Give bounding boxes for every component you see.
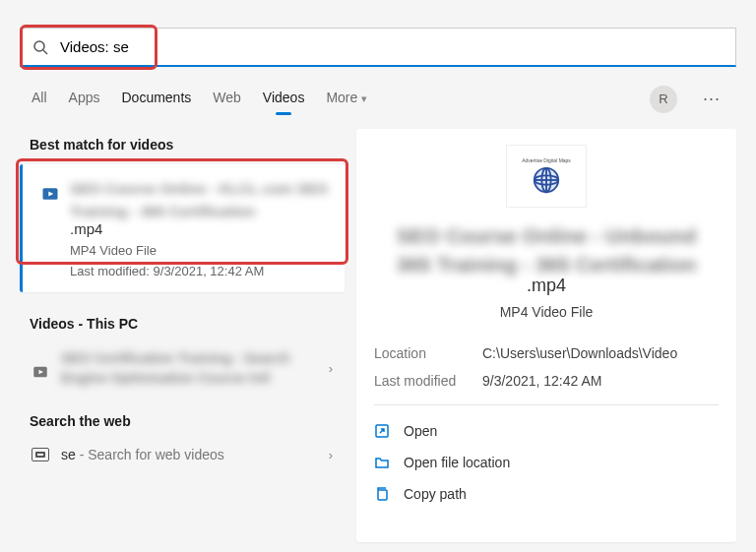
video-file-icon [40,184,60,204]
divider [374,404,719,405]
copy-icon [374,486,390,502]
svg-line-1 [43,50,47,54]
tab-more[interactable]: More▾ [326,90,367,109]
result-title-redacted: SEO Course Online - KLCL com SEO Trainin… [70,178,331,222]
svg-point-0 [34,41,44,51]
tab-apps[interactable]: Apps [69,90,100,109]
action-open[interactable]: Open [374,415,719,447]
folder-icon [374,455,390,470]
tab-documents[interactable]: Documents [121,90,191,109]
action-open-file-location[interactable]: Open file location [374,447,719,478]
svg-rect-12 [378,490,387,500]
search-input[interactable] [60,38,724,55]
search-bar[interactable] [20,28,736,67]
result-extension: .mp4 [70,220,331,237]
preview-meta-location: Location C:\Users\user\Downloads\Video [374,339,719,367]
preview-thumbnail: Advertise Digital Maps [506,145,587,208]
web-video-icon [32,448,49,461]
chevron-down-icon: ▾ [361,92,367,104]
preview-pane: Advertise Digital Maps SEO Course Online… [356,129,736,542]
list-item-title-redacted: SEO Certification Training - Search Engi… [61,349,317,388]
search-icon [32,39,48,55]
video-file-icon [32,363,49,381]
result-last-modified: Last modified: 9/3/2021, 12:42 AM [70,264,331,278]
action-copy-path[interactable]: Copy path [374,478,719,510]
preview-file-type: MP4 Video File [374,304,719,320]
videos-this-pc-heading: Videos - This PC [20,308,345,339]
videos-this-pc-item[interactable]: SEO Certification Training - Search Engi… [20,339,345,398]
filter-tabs: All Apps Documents Web Videos More▾ R ··… [0,75,756,125]
chevron-right-icon: › [329,448,333,462]
result-file-type: MP4 Video File [70,243,331,258]
search-web-heading: Search the web [20,405,345,437]
chevron-right-icon: › [329,361,333,376]
tab-web[interactable]: Web [213,90,241,109]
search-web-label: se - Search for web videos [61,447,317,462]
tab-videos[interactable]: Videos [263,90,305,109]
tab-all[interactable]: All [32,90,47,109]
user-avatar[interactable]: R [650,86,677,113]
preview-title-redacted: SEO Course Online - Unbound 365 Training… [380,221,713,279]
search-web-item[interactable]: se - Search for web videos › [20,437,345,472]
preview-meta-modified: Last modified 9/3/2021, 12:42 AM [374,367,719,395]
globe-icon [532,165,561,195]
overflow-menu-icon[interactable]: ··· [699,85,724,113]
best-match-result[interactable]: SEO Course Online - KLCL com SEO Trainin… [20,164,345,292]
best-match-heading: Best match for videos [20,129,345,160]
open-icon [374,423,390,439]
